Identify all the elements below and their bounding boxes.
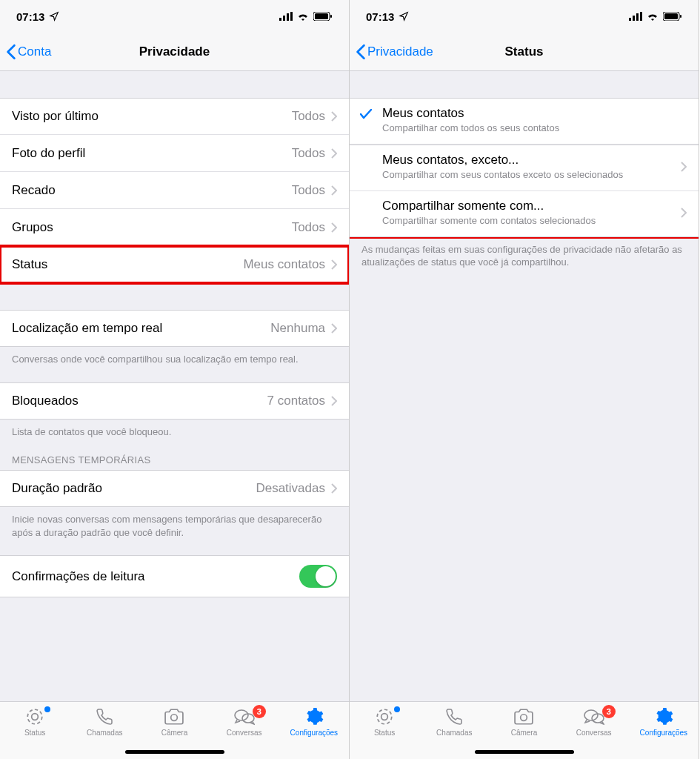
- svg-point-7: [27, 709, 42, 724]
- svg-point-19: [377, 709, 392, 724]
- svg-rect-6: [330, 15, 332, 18]
- cellular-signal-icon: [279, 12, 293, 21]
- tab-label: Conversas: [576, 729, 612, 737]
- tab-label: Configurações: [640, 729, 687, 737]
- row-live-location[interactable]: Localização em tempo real Nenhuma: [0, 310, 349, 347]
- header-temp-messages: MENSAGENS TEMPORÁRIAS: [0, 454, 349, 470]
- row-label: Confirmações de leitura: [12, 569, 145, 584]
- row-value: Nenhuma: [270, 321, 325, 336]
- cellular-signal-icon: [629, 12, 642, 21]
- tab-camera[interactable]: Câmera: [139, 706, 209, 737]
- wifi-icon: [647, 12, 659, 21]
- tab-chats[interactable]: 3 Conversas: [559, 706, 629, 737]
- row-groups[interactable]: Grupos Todos: [0, 209, 349, 246]
- svg-rect-14: [636, 13, 639, 21]
- location-arrow-icon: [49, 11, 59, 21]
- svg-rect-2: [287, 13, 289, 21]
- svg-point-9: [171, 715, 178, 721]
- footer-live-location: Conversas onde você compartilhou sua loc…: [0, 347, 349, 366]
- privacy-screen: 07:13 Conta Privacidade Visto p: [0, 0, 350, 759]
- svg-rect-18: [680, 15, 681, 18]
- row-value: Todos: [292, 109, 325, 124]
- tab-status[interactable]: Status: [0, 706, 70, 737]
- nav-title: Privacidade: [0, 44, 349, 59]
- tab-label: Câmera: [161, 729, 188, 737]
- chats-badge: 3: [602, 705, 616, 718]
- tab-settings[interactable]: Configurações: [279, 706, 349, 737]
- row-label: Recado: [12, 183, 56, 198]
- option-subtitle: Compartilhar somente com contatos seleci…: [382, 215, 676, 228]
- chevron-right-icon: [331, 185, 337, 196]
- tab-bar: Status Chamadas Câmera 3 Conversas Con: [350, 701, 699, 759]
- battery-icon: [313, 12, 333, 21]
- tab-status[interactable]: Status: [350, 706, 419, 737]
- tab-camera[interactable]: Câmera: [489, 706, 559, 737]
- chats-icon: [234, 706, 255, 727]
- read-receipts-toggle[interactable]: [299, 565, 337, 588]
- svg-point-20: [381, 714, 388, 720]
- status-icon: [375, 706, 394, 727]
- back-label: Privacidade: [367, 44, 433, 59]
- tab-chats[interactable]: 3 Conversas: [210, 706, 279, 737]
- checkmark-icon: [360, 109, 372, 122]
- chevron-right-icon: [331, 323, 337, 334]
- row-label: Foto do perfil: [12, 146, 85, 161]
- row-profile-photo[interactable]: Foto do perfil Todos: [0, 135, 349, 172]
- chevron-right-icon: [331, 222, 337, 233]
- chevron-right-icon: [331, 483, 337, 494]
- location-arrow-icon: [399, 11, 409, 21]
- tab-calls[interactable]: Chamadas: [419, 706, 489, 737]
- chevron-right-icon: [331, 148, 337, 159]
- row-label: Grupos: [12, 220, 53, 235]
- status-content[interactable]: Meus contatos Compartilhar com todos os …: [350, 71, 699, 701]
- svg-rect-15: [640, 12, 642, 21]
- chats-badge: 3: [253, 705, 266, 718]
- svg-point-10: [235, 710, 248, 720]
- row-value: Meus contatos: [243, 257, 325, 272]
- svg-rect-3: [290, 12, 293, 21]
- row-status[interactable]: Status Meus contatos: [0, 246, 349, 283]
- option-title: Meus contatos, exceto...: [382, 153, 676, 168]
- home-indicator[interactable]: [125, 750, 224, 754]
- row-blocked[interactable]: Bloqueados 7 contatos: [0, 382, 349, 420]
- chevron-right-icon: [331, 396, 337, 406]
- tab-label: Chamadas: [87, 729, 122, 737]
- tab-settings[interactable]: Configurações: [629, 706, 699, 737]
- row-value: Todos: [292, 183, 325, 198]
- option-share-only[interactable]: Compartilhar somente com... Compartilhar…: [350, 191, 699, 237]
- option-title: Meus contatos: [382, 106, 687, 121]
- chevron-right-icon: [681, 162, 687, 172]
- row-label: Bloqueados: [12, 394, 79, 408]
- tab-calls[interactable]: Chamadas: [70, 706, 139, 737]
- phone-icon: [445, 706, 463, 727]
- camera-icon: [164, 706, 184, 727]
- status-bar: 07:13: [0, 0, 349, 33]
- row-about[interactable]: Recado Todos: [0, 172, 349, 209]
- row-label: Duração padrão: [12, 481, 102, 496]
- svg-rect-1: [283, 16, 285, 21]
- option-my-contacts[interactable]: Meus contatos Compartilhar com todos os …: [350, 98, 699, 145]
- chevron-right-icon: [331, 111, 337, 122]
- status-bar: 07:13: [350, 0, 699, 33]
- svg-rect-17: [664, 13, 678, 19]
- row-value: Todos: [292, 220, 325, 235]
- phone-icon: [96, 706, 113, 727]
- option-subtitle: Compartilhar com seus contatos exceto os…: [382, 169, 676, 182]
- home-indicator[interactable]: [475, 750, 574, 754]
- row-value: 7 contatos: [267, 394, 325, 408]
- row-last-seen[interactable]: Visto por último Todos: [0, 98, 349, 135]
- row-default-duration[interactable]: Duração padrão Desativadas: [0, 470, 349, 507]
- svg-point-22: [584, 710, 598, 720]
- row-read-receipts[interactable]: Confirmações de leitura: [0, 555, 349, 597]
- gear-icon: [654, 706, 673, 727]
- svg-point-8: [32, 714, 39, 720]
- option-contacts-except[interactable]: Meus contatos, exceto... Compartilhar co…: [350, 145, 699, 191]
- privacy-content[interactable]: Visto por último Todos Foto do perfil To…: [0, 71, 349, 701]
- battery-icon: [663, 12, 682, 21]
- back-button[interactable]: Conta: [6, 44, 51, 60]
- option-title: Compartilhar somente com...: [382, 199, 676, 213]
- status-dot-icon: [44, 706, 50, 712]
- back-button[interactable]: Privacidade: [356, 44, 433, 60]
- footer-blocked: Lista de contatos que você bloqueou.: [0, 420, 349, 439]
- svg-rect-5: [315, 13, 328, 19]
